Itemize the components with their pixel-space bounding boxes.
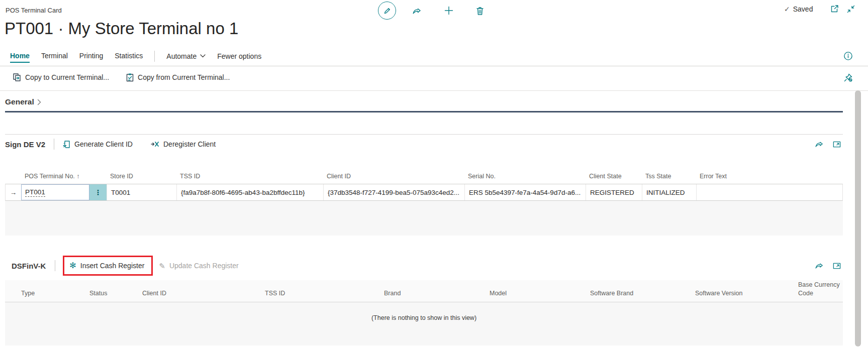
open-in-window-button[interactable] bbox=[830, 4, 839, 14]
copy-from-terminal-button[interactable]: Copy from Current Terminal... bbox=[126, 73, 230, 82]
deregister-client-button[interactable]: Deregister Client bbox=[151, 140, 216, 148]
sign-de-title: Sign DE V2 bbox=[5, 140, 45, 149]
unpin-pane-button[interactable] bbox=[843, 73, 853, 82]
tabs-divider bbox=[154, 51, 155, 62]
new-document-icon bbox=[63, 140, 70, 149]
chevron-down-icon bbox=[200, 54, 206, 58]
col-brand[interactable]: Brand bbox=[380, 289, 486, 302]
trash-icon bbox=[475, 6, 485, 16]
cell-client-state[interactable]: REGISTERED bbox=[586, 184, 642, 200]
col-tss-id[interactable]: TSS ID bbox=[176, 173, 323, 184]
general-section-header[interactable]: General bbox=[5, 97, 41, 106]
save-status-area: ✓ Saved bbox=[784, 4, 855, 14]
dsfinvk-section: DSFinV-K ✻ Insert Cash Register ✎ Update… bbox=[5, 254, 843, 345]
expand-part-icon[interactable] bbox=[832, 262, 841, 270]
col-client-id[interactable]: Client ID bbox=[138, 289, 261, 302]
col-store-id[interactable]: Store ID bbox=[106, 173, 176, 184]
dsfinvk-part-icons bbox=[815, 262, 843, 270]
cell-tss-id[interactable]: {fa9a7b8f-80f6-4695-ab43-ba2bffdec11b} bbox=[176, 184, 323, 200]
action-bar: Copy to Current Terminal... Copy from Cu… bbox=[13, 69, 230, 85]
dsfinvk-table-header: Type Status Client ID TSS ID Brand Model… bbox=[5, 280, 843, 302]
sign-de-table-header: POS Terminal No. ↑ Store ID TSS ID Clien… bbox=[5, 168, 843, 184]
tab-terminal[interactable]: Terminal bbox=[41, 47, 68, 65]
generate-client-id-button[interactable]: Generate Client ID bbox=[63, 140, 133, 149]
collapse-arrows-icon bbox=[846, 5, 855, 14]
col-client-state[interactable]: Client State bbox=[585, 173, 641, 184]
edit-button[interactable] bbox=[378, 2, 396, 20]
tab-home[interactable]: Home bbox=[10, 47, 30, 65]
plus-icon bbox=[444, 6, 454, 16]
pencil-icon bbox=[383, 7, 392, 15]
content-divider bbox=[0, 90, 868, 91]
automate-menu[interactable]: Automate bbox=[166, 52, 206, 60]
col-base-currency-code[interactable]: Base Currency Code bbox=[794, 281, 843, 302]
save-status-label: Saved bbox=[793, 5, 813, 13]
chevron-right-icon bbox=[37, 99, 41, 105]
pos-terminal-link[interactable]: PT001 bbox=[25, 188, 45, 197]
col-software-brand[interactable]: Software Brand bbox=[586, 289, 691, 302]
pos-terminal-card-page: POS Terminal Card ✓ Saved bbox=[0, 0, 868, 348]
top-action-icons bbox=[378, 2, 485, 20]
col-error-text[interactable]: Error Text bbox=[696, 173, 843, 184]
col-software-version[interactable]: Software Version bbox=[691, 289, 794, 302]
share-button[interactable] bbox=[412, 7, 422, 15]
cell-pos-terminal-no[interactable]: PT001 bbox=[21, 184, 89, 200]
col-type[interactable]: Type bbox=[17, 289, 85, 302]
general-section-underline bbox=[5, 111, 843, 112]
update-cash-register-label: Update Cash Register bbox=[169, 262, 239, 270]
share-part-icon[interactable] bbox=[815, 140, 824, 148]
dsfinvk-divider bbox=[55, 260, 55, 271]
dsfinvk-table-empty-area: (There is nothing to show in this view) bbox=[5, 302, 843, 345]
collapse-button[interactable] bbox=[846, 5, 855, 14]
copy-to-terminal-button[interactable]: Copy to Current Terminal... bbox=[13, 73, 109, 82]
sort-up-icon: ↑ bbox=[76, 173, 79, 180]
check-icon: ✓ bbox=[784, 5, 790, 13]
insert-star-icon: ✻ bbox=[69, 262, 76, 270]
deregister-client-label: Deregister Client bbox=[163, 140, 216, 148]
sign-de-divider bbox=[54, 139, 54, 150]
save-status: ✓ Saved bbox=[784, 5, 813, 13]
page-title: PT001 · My Store Terminal no 1 bbox=[5, 19, 238, 38]
fewer-options-menu[interactable]: Fewer options bbox=[217, 52, 261, 60]
table-row[interactable]: → PT001 ⋮ T0001 {fa9a7b8f-80f6-4695-ab43… bbox=[5, 184, 843, 201]
cell-client-id[interactable]: {37db3548-f727-4199-bea5-075a93c4ed2... bbox=[323, 184, 464, 200]
cell-serial-no[interactable]: ERS 5b5e4397-fe7a-4a54-9d7d-a6... bbox=[464, 184, 586, 200]
col-pos-terminal-no[interactable]: POS Terminal No. ↑ bbox=[21, 173, 89, 184]
active-row-arrow-icon: → bbox=[6, 184, 21, 200]
insert-cash-register-button[interactable]: ✻ Insert Cash Register bbox=[69, 262, 144, 270]
vertical-scrollbar[interactable] bbox=[855, 90, 861, 346]
info-icon bbox=[843, 51, 853, 61]
cell-store-id[interactable]: T0001 bbox=[107, 184, 176, 200]
empty-view-message: (There is nothing to show in this view) bbox=[371, 314, 476, 321]
general-title: General bbox=[5, 97, 34, 106]
fewer-options-label: Fewer options bbox=[217, 52, 261, 60]
tab-printing[interactable]: Printing bbox=[79, 47, 103, 65]
cell-tss-state[interactable]: INITIALIZED bbox=[642, 184, 696, 200]
new-button[interactable] bbox=[444, 6, 454, 16]
col-serial-no[interactable]: Serial No. bbox=[464, 173, 585, 184]
copy-to-terminal-label: Copy to Current Terminal... bbox=[25, 73, 109, 81]
col-status[interactable]: Status bbox=[85, 289, 138, 302]
ribbon-tabs-bar: Home Terminal Printing Statistics Automa… bbox=[0, 46, 868, 66]
col-client-id[interactable]: Client ID bbox=[323, 173, 464, 184]
help-info-button[interactable] bbox=[843, 51, 853, 61]
cell-more-options-button[interactable]: ⋮ bbox=[89, 184, 107, 200]
dsfinvk-title: DSFinV-K bbox=[12, 262, 46, 270]
copy-from-terminal-label: Copy from Current Terminal... bbox=[138, 73, 230, 81]
col-tss-state[interactable]: Tss State bbox=[641, 173, 696, 184]
deregister-x-icon bbox=[151, 141, 159, 148]
tab-statistics[interactable]: Statistics bbox=[115, 47, 143, 65]
copy-to-icon bbox=[13, 73, 22, 82]
expand-part-icon[interactable] bbox=[832, 140, 841, 148]
col-model[interactable]: Model bbox=[486, 289, 586, 302]
share-icon bbox=[412, 7, 422, 15]
popout-icon bbox=[830, 4, 839, 14]
insert-cash-register-label: Insert Cash Register bbox=[80, 262, 145, 270]
delete-button[interactable] bbox=[475, 6, 485, 16]
cell-error-text[interactable] bbox=[696, 184, 842, 200]
share-part-icon[interactable] bbox=[815, 262, 824, 270]
update-pencil-icon: ✎ bbox=[159, 262, 165, 270]
sign-de-header-row: Sign DE V2 Generate Client ID Deregister… bbox=[5, 135, 843, 154]
col-tss-id[interactable]: TSS ID bbox=[261, 289, 380, 302]
update-cash-register-button[interactable]: ✎ Update Cash Register bbox=[159, 262, 238, 270]
